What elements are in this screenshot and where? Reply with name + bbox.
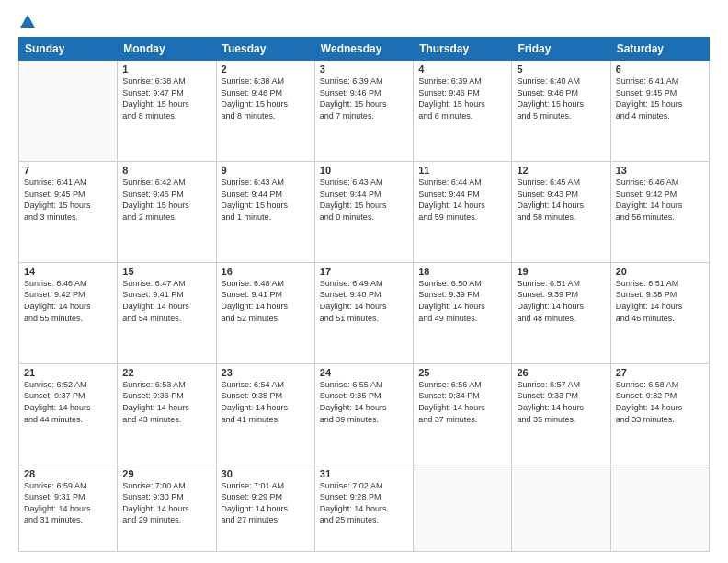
day-number: 1 <box>122 63 210 75</box>
calendar-cell: 31Sunrise: 7:02 AM Sunset: 9:28 PM Dayli… <box>314 465 413 551</box>
day-number: 25 <box>418 367 506 378</box>
day-number: 13 <box>616 165 704 176</box>
cell-content: Sunrise: 6:51 AM Sunset: 9:38 PM Dayligh… <box>616 278 704 324</box>
cell-content: Sunrise: 7:02 AM Sunset: 9:28 PM Dayligh… <box>320 480 408 526</box>
day-number: 14 <box>24 266 112 277</box>
cell-content: Sunrise: 6:40 AM Sunset: 9:46 PM Dayligh… <box>517 75 605 121</box>
calendar-cell: 18Sunrise: 6:50 AM Sunset: 9:39 PM Dayli… <box>414 262 512 363</box>
cell-content: Sunrise: 6:46 AM Sunset: 9:42 PM Dayligh… <box>24 278 112 324</box>
cell-content: Sunrise: 6:49 AM Sunset: 9:40 PM Dayligh… <box>320 278 408 324</box>
day-number: 4 <box>418 63 506 75</box>
cell-content: Sunrise: 6:58 AM Sunset: 9:32 PM Dayligh… <box>616 379 704 425</box>
calendar-cell: 15Sunrise: 6:47 AM Sunset: 9:41 PM Dayli… <box>118 262 216 363</box>
cell-content: Sunrise: 6:39 AM Sunset: 9:46 PM Dayligh… <box>418 75 506 121</box>
cell-content: Sunrise: 6:53 AM Sunset: 9:36 PM Dayligh… <box>122 379 210 425</box>
week-row-1: 1Sunrise: 6:38 AM Sunset: 9:47 PM Daylig… <box>19 61 710 162</box>
weekday-wednesday: Wednesday <box>314 38 413 61</box>
logo <box>18 15 35 29</box>
day-number: 26 <box>517 367 605 378</box>
cell-content: Sunrise: 6:42 AM Sunset: 9:45 PM Dayligh… <box>122 177 210 223</box>
header <box>18 15 710 29</box>
logo-icon <box>20 15 35 28</box>
weekday-friday: Friday <box>512 38 610 61</box>
weekday-header: SundayMondayTuesdayWednesdayThursdayFrid… <box>19 38 710 61</box>
cell-content: Sunrise: 6:38 AM Sunset: 9:47 PM Dayligh… <box>122 75 210 121</box>
calendar-cell: 19Sunrise: 6:51 AM Sunset: 9:39 PM Dayli… <box>512 262 610 363</box>
calendar-cell: 7Sunrise: 6:41 AM Sunset: 9:45 PM Daylig… <box>19 161 118 262</box>
day-number: 10 <box>320 165 408 176</box>
day-number: 28 <box>24 468 112 479</box>
calendar-cell: 10Sunrise: 6:43 AM Sunset: 9:44 PM Dayli… <box>314 161 413 262</box>
calendar-cell: 21Sunrise: 6:52 AM Sunset: 9:37 PM Dayli… <box>19 363 118 465</box>
week-row-2: 7Sunrise: 6:41 AM Sunset: 9:45 PM Daylig… <box>19 161 710 262</box>
cell-content: Sunrise: 6:46 AM Sunset: 9:42 PM Dayligh… <box>616 177 704 223</box>
day-number: 18 <box>418 266 506 277</box>
cell-content: Sunrise: 6:48 AM Sunset: 9:41 PM Dayligh… <box>222 278 310 324</box>
calendar-cell: 1Sunrise: 6:38 AM Sunset: 9:47 PM Daylig… <box>118 61 216 162</box>
cell-content: Sunrise: 6:38 AM Sunset: 9:46 PM Dayligh… <box>222 75 310 121</box>
cell-content: Sunrise: 7:00 AM Sunset: 9:30 PM Dayligh… <box>122 480 210 526</box>
calendar-cell: 26Sunrise: 6:57 AM Sunset: 9:33 PM Dayli… <box>512 363 610 465</box>
calendar-cell: 20Sunrise: 6:51 AM Sunset: 9:38 PM Dayli… <box>610 262 709 363</box>
calendar-cell: 27Sunrise: 6:58 AM Sunset: 9:32 PM Dayli… <box>610 363 709 465</box>
cell-content: Sunrise: 7:01 AM Sunset: 9:29 PM Dayligh… <box>222 480 310 526</box>
cell-content: Sunrise: 6:43 AM Sunset: 9:44 PM Dayligh… <box>320 177 408 223</box>
calendar-cell: 25Sunrise: 6:56 AM Sunset: 9:34 PM Dayli… <box>414 363 512 465</box>
calendar-cell: 5Sunrise: 6:40 AM Sunset: 9:46 PM Daylig… <box>512 61 610 162</box>
calendar-cell <box>414 465 512 551</box>
day-number: 16 <box>222 266 310 277</box>
calendar-cell <box>19 61 118 162</box>
calendar-cell: 8Sunrise: 6:42 AM Sunset: 9:45 PM Daylig… <box>118 161 216 262</box>
day-number: 6 <box>616 63 704 75</box>
calendar-cell: 30Sunrise: 7:01 AM Sunset: 9:29 PM Dayli… <box>216 465 314 551</box>
weekday-thursday: Thursday <box>414 38 512 61</box>
cell-content: Sunrise: 6:55 AM Sunset: 9:35 PM Dayligh… <box>320 379 408 425</box>
day-number: 21 <box>24 367 112 378</box>
calendar-cell: 11Sunrise: 6:44 AM Sunset: 9:44 PM Dayli… <box>414 161 512 262</box>
cell-content: Sunrise: 6:51 AM Sunset: 9:39 PM Dayligh… <box>517 278 605 324</box>
cell-content: Sunrise: 6:56 AM Sunset: 9:34 PM Dayligh… <box>418 379 506 425</box>
day-number: 24 <box>320 367 408 378</box>
cell-content: Sunrise: 6:50 AM Sunset: 9:39 PM Dayligh… <box>418 278 506 324</box>
calendar-cell: 2Sunrise: 6:38 AM Sunset: 9:46 PM Daylig… <box>216 61 314 162</box>
day-number: 17 <box>320 266 408 277</box>
calendar: SundayMondayTuesdayWednesdayThursdayFrid… <box>18 37 710 552</box>
day-number: 20 <box>616 266 704 277</box>
day-number: 19 <box>517 266 605 277</box>
day-number: 8 <box>122 165 210 176</box>
calendar-cell <box>512 465 610 551</box>
day-number: 2 <box>222 63 310 75</box>
cell-content: Sunrise: 6:41 AM Sunset: 9:45 PM Dayligh… <box>616 75 704 121</box>
calendar-cell: 14Sunrise: 6:46 AM Sunset: 9:42 PM Dayli… <box>19 262 118 363</box>
week-row-5: 28Sunrise: 6:59 AM Sunset: 9:31 PM Dayli… <box>19 465 710 551</box>
day-number: 22 <box>122 367 210 378</box>
calendar-cell: 9Sunrise: 6:43 AM Sunset: 9:44 PM Daylig… <box>216 161 314 262</box>
cell-content: Sunrise: 6:43 AM Sunset: 9:44 PM Dayligh… <box>222 177 310 223</box>
calendar-cell: 3Sunrise: 6:39 AM Sunset: 9:46 PM Daylig… <box>314 61 413 162</box>
day-number: 30 <box>222 468 310 479</box>
cell-content: Sunrise: 6:45 AM Sunset: 9:43 PM Dayligh… <box>517 177 605 223</box>
calendar-cell: 16Sunrise: 6:48 AM Sunset: 9:41 PM Dayli… <box>216 262 314 363</box>
day-number: 29 <box>122 468 210 479</box>
cell-content: Sunrise: 6:52 AM Sunset: 9:37 PM Dayligh… <box>24 379 112 425</box>
weekday-sunday: Sunday <box>19 38 118 61</box>
day-number: 5 <box>517 63 605 75</box>
weekday-monday: Monday <box>118 38 216 61</box>
cell-content: Sunrise: 6:59 AM Sunset: 9:31 PM Dayligh… <box>24 480 112 526</box>
cell-content: Sunrise: 6:44 AM Sunset: 9:44 PM Dayligh… <box>418 177 506 223</box>
week-row-4: 21Sunrise: 6:52 AM Sunset: 9:37 PM Dayli… <box>19 363 710 465</box>
calendar-cell: 4Sunrise: 6:39 AM Sunset: 9:46 PM Daylig… <box>414 61 512 162</box>
cell-content: Sunrise: 6:47 AM Sunset: 9:41 PM Dayligh… <box>122 278 210 324</box>
calendar-cell <box>610 465 709 551</box>
week-row-3: 14Sunrise: 6:46 AM Sunset: 9:42 PM Dayli… <box>19 262 710 363</box>
cell-content: Sunrise: 6:39 AM Sunset: 9:46 PM Dayligh… <box>320 75 408 121</box>
calendar-cell: 6Sunrise: 6:41 AM Sunset: 9:45 PM Daylig… <box>610 61 709 162</box>
day-number: 15 <box>122 266 210 277</box>
day-number: 31 <box>320 468 408 479</box>
calendar-cell: 22Sunrise: 6:53 AM Sunset: 9:36 PM Dayli… <box>118 363 216 465</box>
calendar-cell: 24Sunrise: 6:55 AM Sunset: 9:35 PM Dayli… <box>314 363 413 465</box>
cell-content: Sunrise: 6:41 AM Sunset: 9:45 PM Dayligh… <box>24 177 112 223</box>
calendar-cell: 28Sunrise: 6:59 AM Sunset: 9:31 PM Dayli… <box>19 465 118 551</box>
day-number: 23 <box>222 367 310 378</box>
cell-content: Sunrise: 6:54 AM Sunset: 9:35 PM Dayligh… <box>222 379 310 425</box>
